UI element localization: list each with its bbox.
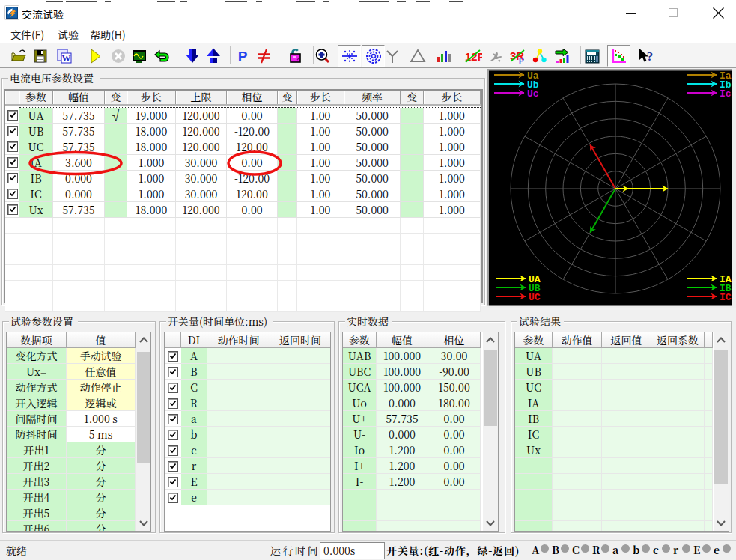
svg-text:Ic: Ic — [720, 88, 732, 100]
svg-text:W: W — [62, 53, 71, 64]
svg-text:UC: UC — [529, 292, 541, 303]
svg-text:P: P — [519, 57, 524, 65]
svg-text:P: P — [238, 49, 248, 64]
svg-text:IC: IC — [720, 292, 732, 303]
svg-text:?: ? — [647, 49, 654, 64]
svg-text:Uc: Uc — [527, 88, 539, 100]
